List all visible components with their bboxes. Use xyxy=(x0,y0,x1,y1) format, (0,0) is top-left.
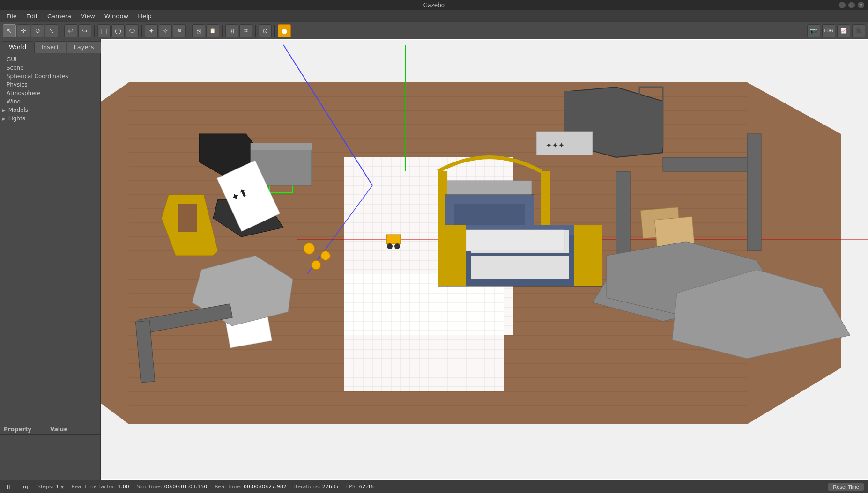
tree-item-models[interactable]: ▶ Models xyxy=(0,106,100,114)
reset-view-button[interactable]: ⊙ xyxy=(259,24,272,37)
spot-light-button[interactable]: ✧ xyxy=(159,24,172,37)
snap-button[interactable]: ⌗ xyxy=(239,24,252,37)
align-button[interactable]: ⊞ xyxy=(225,24,238,37)
menubar: File Edit Camera View Window Help xyxy=(0,10,868,22)
svg-rect-105 xyxy=(445,195,534,204)
select-tool-button[interactable]: ↖ xyxy=(3,24,16,37)
tree-item-scene[interactable]: Scene xyxy=(0,64,100,72)
property-header: Property Value xyxy=(0,424,100,435)
tree-item-spherical-coordinates[interactable]: Spherical Coordinates xyxy=(0,72,100,81)
sim-time-label: Sim Time: xyxy=(137,484,163,490)
steps-label: Steps: xyxy=(37,484,53,490)
toolbar-sep-6 xyxy=(255,25,256,37)
cylinder-button[interactable]: ⬭ xyxy=(126,24,139,37)
fps-value: 62.46 xyxy=(359,484,374,490)
svg-rect-119 xyxy=(616,171,630,265)
svg-rect-103 xyxy=(541,171,550,228)
minimize-button[interactable]: _ xyxy=(839,2,846,8)
box-button[interactable]: □ xyxy=(97,24,111,37)
scene-canvas: ✦✦✦ ✦⬆ ✦⬆ xyxy=(101,39,868,480)
toolbar-sep-4 xyxy=(189,25,189,37)
property-col-label: Property xyxy=(4,426,50,433)
status-indicator: ● xyxy=(278,24,291,37)
property-panel: Property Value xyxy=(0,424,100,480)
menu-help[interactable]: Help xyxy=(133,12,156,21)
paste-button[interactable]: 📋 xyxy=(206,24,219,37)
plot-button[interactable]: 📈 xyxy=(837,24,850,37)
maximize-button[interactable]: □ xyxy=(848,2,855,8)
svg-rect-96 xyxy=(251,143,312,150)
svg-rect-110 xyxy=(438,225,466,286)
close-button[interactable]: ✕ xyxy=(858,2,864,8)
iterations-label: Iterations: xyxy=(294,484,320,490)
fps-label: FPS: xyxy=(346,484,357,490)
app-title: Gazebo xyxy=(423,2,445,8)
pause-button[interactable]: ⏸ xyxy=(4,482,13,492)
menu-file[interactable]: File xyxy=(2,12,22,21)
toolbar-sep-7 xyxy=(274,25,275,37)
svg-rect-121 xyxy=(747,134,761,251)
screenshot-button[interactable]: 📷 xyxy=(807,24,820,37)
value-col-label: Value xyxy=(50,426,96,433)
menu-edit[interactable]: Edit xyxy=(22,12,43,21)
window-controls: _ □ ✕ xyxy=(839,2,864,8)
real-time-label: Real Time: xyxy=(215,484,242,490)
undo-button[interactable]: ↩ xyxy=(64,24,77,37)
rotate-tool-button[interactable]: ↺ xyxy=(31,24,44,37)
dir-light-button[interactable]: ≋ xyxy=(173,24,186,37)
statusbar: ⏸ ⏭ Steps: 1 ▼ Real Time Factor: 1.00 Si… xyxy=(0,480,868,493)
svg-rect-61 xyxy=(344,274,504,391)
tab-insert[interactable]: Insert xyxy=(34,41,66,53)
world-tree: GUI Scene Spherical Coordinates Physics … xyxy=(0,53,100,424)
models-expand-icon: ▶ xyxy=(2,108,6,113)
left-tab-bar: World Insert Layers xyxy=(0,39,100,53)
fps: FPS: 62.46 xyxy=(346,484,374,490)
rtf-value: 1.00 xyxy=(118,484,129,490)
svg-point-132 xyxy=(304,243,315,254)
point-light-button[interactable]: ✦ xyxy=(145,24,158,37)
left-panel: World Insert Layers GUI Scene Spherical … xyxy=(0,39,101,480)
real-time-value: 00:00:00:27.982 xyxy=(244,484,287,490)
tab-world[interactable]: World xyxy=(2,41,33,53)
log-button[interactable]: LOG xyxy=(822,24,835,37)
real-time-factor: Real Time Factor: 1.00 xyxy=(71,484,129,490)
svg-rect-140 xyxy=(466,230,564,251)
tree-item-physics[interactable]: Physics xyxy=(0,81,100,89)
svg-text:✦✦✦: ✦✦✦ xyxy=(546,141,564,150)
copy-button[interactable]: ⎘ xyxy=(192,24,205,37)
menu-view[interactable]: View xyxy=(76,12,100,21)
main-layout: World Insert Layers GUI Scene Spherical … xyxy=(0,39,868,480)
sim-time: Sim Time: 00:00:01:03.150 xyxy=(137,484,208,490)
video-button[interactable]: 🎥 xyxy=(852,24,865,37)
sphere-button[interactable]: ○ xyxy=(111,24,125,37)
sim-time-value: 00:00:01:03.150 xyxy=(164,484,208,490)
reset-time-button[interactable]: Reset Time xyxy=(828,483,864,491)
tree-item-wind[interactable]: Wind xyxy=(0,97,100,106)
menu-camera[interactable]: Camera xyxy=(43,12,76,21)
tab-layers[interactable]: Layers xyxy=(67,41,101,53)
svg-text:_______________: _______________ xyxy=(470,242,499,246)
real-time: Real Time: 00:00:00:27.982 xyxy=(215,484,286,490)
scale-tool-button[interactable]: ⤡ xyxy=(45,24,58,37)
3d-viewport[interactable]: ✦✦✦ ✦⬆ ✦⬆ xyxy=(101,39,868,480)
translate-tool-button[interactable]: ✛ xyxy=(17,24,30,37)
svg-point-131 xyxy=(394,243,400,249)
toolbar: ↖ ✛ ↺ ⤡ ↩ ↪ □ ○ ⬭ ✦ ✧ ≋ ⎘ 📋 ⊞ ⌗ ⊙ ● 📷 LO… xyxy=(0,22,868,39)
tree-item-gui[interactable]: GUI xyxy=(0,55,100,64)
svg-rect-113 xyxy=(471,256,569,279)
svg-rect-111 xyxy=(574,225,602,286)
svg-point-130 xyxy=(387,243,393,249)
svg-point-134 xyxy=(312,260,321,270)
redo-button[interactable]: ↪ xyxy=(78,24,91,37)
svg-rect-120 xyxy=(663,157,757,171)
menu-window[interactable]: Window xyxy=(100,12,133,21)
step-button[interactable]: ⏭ xyxy=(21,482,30,492)
steps-down-arrow[interactable]: ▼ xyxy=(60,485,64,489)
iterations: Iterations: 27635 xyxy=(294,484,339,490)
tree-item-lights[interactable]: ▶ Lights xyxy=(0,114,100,123)
toolbar-sep-5 xyxy=(222,25,223,37)
iterations-value: 27635 xyxy=(322,484,339,490)
lights-expand-icon: ▶ xyxy=(2,116,6,121)
titlebar: Gazebo _ □ ✕ xyxy=(0,0,868,10)
tree-item-atmosphere[interactable]: Atmosphere xyxy=(0,89,100,97)
